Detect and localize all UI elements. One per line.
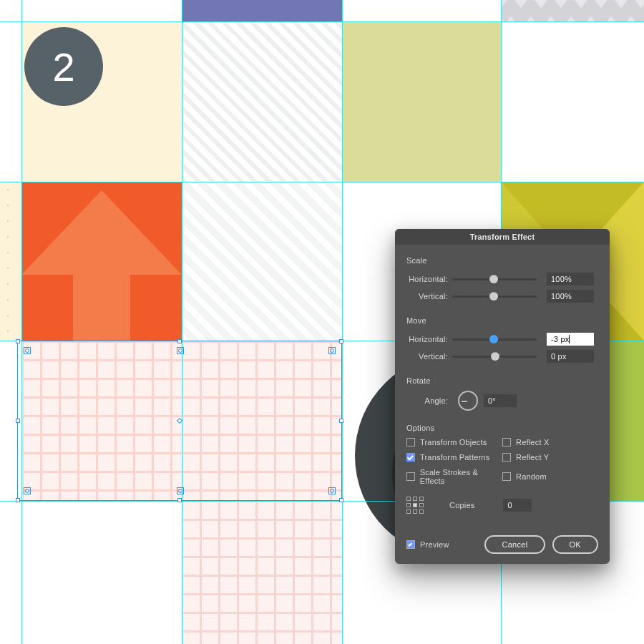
- tile-pink-grid-3: [182, 501, 342, 644]
- copies-label: Copies: [449, 501, 474, 509]
- move-horizontal-input[interactable]: -3 px: [547, 333, 594, 346]
- reflect-x-checkbox[interactable]: Reflect X: [502, 438, 598, 447]
- anchor-grid-icon[interactable]: [406, 497, 424, 514]
- scale-horizontal-slider[interactable]: [452, 278, 537, 280]
- selection-center[interactable]: [177, 418, 182, 424]
- guide-vertical: [342, 0, 343, 644]
- preview-checkbox[interactable]: Preview: [406, 540, 449, 549]
- scale-vertical-label: Vertical:: [406, 292, 452, 301]
- step-badge: 2: [24, 27, 103, 106]
- move-vertical-input[interactable]: 0 px: [547, 350, 594, 363]
- guide-horizontal: [0, 182, 644, 182]
- tile-purple: [182, 0, 342, 21]
- tile-diagonal-2: [182, 182, 342, 341]
- reflect-y-checkbox[interactable]: Reflect Y: [502, 453, 598, 462]
- scale-horizontal-input[interactable]: 100%: [547, 273, 594, 286]
- transform-patterns-checkbox[interactable]: Transform Patterns: [406, 453, 502, 462]
- section-scale: Scale: [406, 256, 598, 265]
- dialog-title: Transform Effect: [395, 229, 610, 245]
- scale-horizontal-label: Horizontal:: [406, 275, 452, 283]
- guide-horizontal: [0, 21, 644, 22]
- anchor-point[interactable]: [24, 487, 31, 494]
- section-move: Move: [406, 316, 598, 325]
- selection-bounding-box[interactable]: [17, 341, 342, 501]
- move-vertical-label: Vertical:: [406, 352, 452, 361]
- move-horizontal-slider[interactable]: [452, 338, 537, 341]
- rotate-angle-dial[interactable]: [458, 391, 478, 411]
- anchor-point[interactable]: [328, 487, 336, 494]
- random-checkbox[interactable]: Random: [502, 468, 598, 485]
- copies-input[interactable]: 0: [503, 499, 532, 512]
- move-vertical-slider[interactable]: [452, 356, 537, 358]
- section-options: Options: [406, 424, 598, 432]
- tile-orange-arrow: [21, 182, 182, 341]
- tile-diagonal-1: [182, 21, 342, 182]
- tile-zigzag: [501, 0, 644, 21]
- transform-objects-checkbox[interactable]: Transform Objects: [406, 438, 502, 447]
- move-horizontal-label: Horizontal:: [406, 335, 452, 343]
- scale-strokes-checkbox[interactable]: Scale Strokes & Effects: [406, 468, 502, 485]
- arrow-up-icon: [21, 182, 182, 341]
- anchor-point[interactable]: [177, 347, 184, 354]
- tile-dotted: [0, 182, 21, 341]
- rotate-angle-input[interactable]: 0°: [484, 394, 517, 407]
- scale-vertical-slider[interactable]: [452, 296, 537, 298]
- scale-vertical-input[interactable]: 100%: [547, 290, 594, 303]
- transform-effect-dialog[interactable]: Transform Effect Scale Horizontal: 100% …: [395, 229, 610, 564]
- rotate-angle-label: Angle:: [406, 396, 452, 405]
- anchor-point[interactable]: [24, 347, 31, 354]
- section-rotate: Rotate: [406, 376, 598, 385]
- anchor-point[interactable]: [328, 347, 336, 354]
- cancel-button[interactable]: Cancel: [484, 535, 545, 554]
- guide-vertical: [182, 0, 182, 644]
- anchor-point[interactable]: [177, 487, 184, 494]
- tile-olive: [342, 21, 501, 182]
- ok-button[interactable]: OK: [552, 535, 599, 554]
- guide-vertical: [21, 0, 22, 644]
